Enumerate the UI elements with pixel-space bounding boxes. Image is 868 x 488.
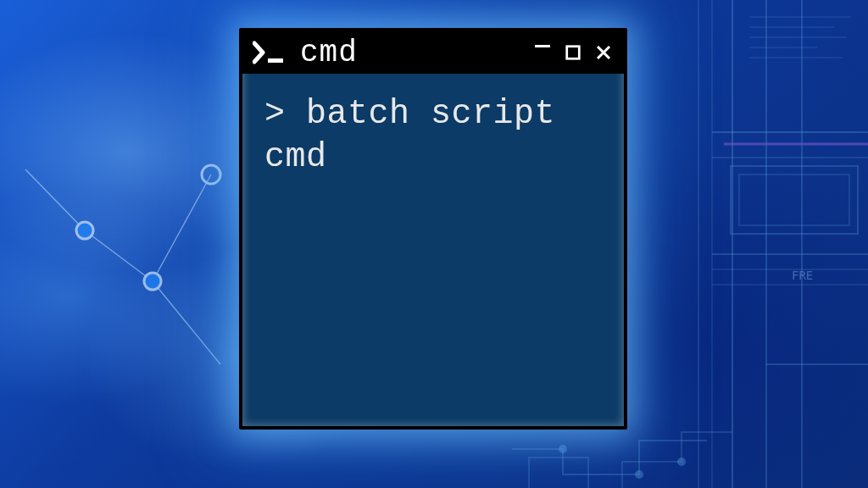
svg-rect-14 [731,166,858,234]
command-line: > batch script cmd [264,92,602,179]
svg-line-1 [153,175,211,281]
maximize-button[interactable] [561,41,585,64]
svg-rect-31 [535,45,550,47]
svg-rect-30 [268,58,283,63]
svg-text:FRE: FRE [792,269,813,282]
svg-rect-8 [712,0,868,488]
svg-rect-32 [567,47,580,59]
prompt-icon [253,40,290,65]
title-bar[interactable]: cmd [242,31,624,74]
minimize-button[interactable] [531,34,554,58]
svg-point-22 [678,458,685,465]
svg-rect-15 [739,175,849,225]
svg-rect-7 [698,0,868,488]
svg-point-20 [559,446,566,452]
svg-point-5 [144,273,161,290]
terminal-body[interactable]: > batch script cmd [242,74,624,197]
close-button[interactable] [592,41,615,64]
window-controls [531,41,615,64]
window-title: cmd [300,36,520,70]
svg-line-2 [25,169,85,230]
terminal-window[interactable]: cmd > batch script cmd [239,28,627,430]
svg-line-3 [153,281,220,364]
svg-line-0 [85,230,153,281]
svg-point-4 [76,222,93,239]
svg-point-21 [636,471,643,478]
svg-point-6 [202,165,220,184]
